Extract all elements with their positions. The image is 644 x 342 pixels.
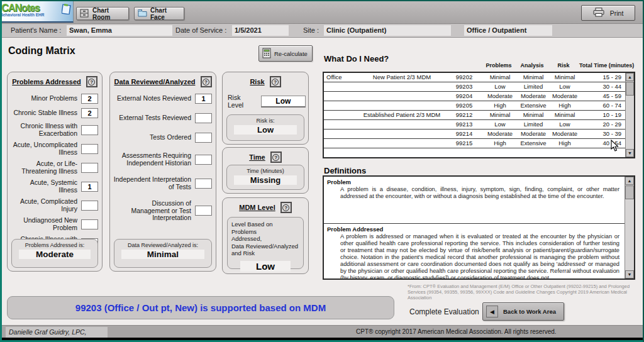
em-code-cell: 99214 <box>446 130 482 138</box>
em-code-row[interactable]: 99213LowLimitedLow20 - 29 <box>324 120 625 130</box>
data-panel-title: Data Reviewed/Analyzed <box>114 78 196 86</box>
em-code-cell: Minimal <box>549 111 580 119</box>
mdm-desc-line: Data Reviewed/Analyzed <box>231 243 299 250</box>
print-button[interactable]: Print <box>581 5 635 21</box>
time-help-button[interactable]: ? <box>270 152 282 163</box>
em-code-row[interactable]: 99215HighExtensiveHigh40 - 54 <box>324 139 625 148</box>
clipboard-icon <box>62 4 71 17</box>
back-to-work-area-button[interactable]: ◀ Back to Work Area <box>482 302 564 321</box>
data-item-count-input[interactable] <box>195 206 212 216</box>
data-item-count-input[interactable] <box>195 179 212 189</box>
em-code-cell: 45 - 59 <box>580 92 625 101</box>
time-panel: Time ? Time (Minutes) Missing <box>222 147 309 194</box>
help-icon: ? <box>88 79 95 86</box>
em-code-cell: Established Patient 2/3 MDM <box>358 111 446 119</box>
table-scrollbar[interactable]: ▲ ▼ <box>625 73 634 157</box>
definition-term: Problem Addressed <box>324 224 625 233</box>
data-item-row: External Notes Reviewed <box>113 94 212 104</box>
problem-label: Acute, Complicated Injury <box>10 198 77 212</box>
copyright-text: CPT® copyright 2017 American Medical Ass… <box>356 328 557 335</box>
problem-count-input[interactable] <box>81 163 98 173</box>
setting-field[interactable]: Office / Outpatient <box>464 25 552 36</box>
em-code-row[interactable]: 99203LowLimitedLow30 - 44 <box>324 82 625 92</box>
problem-count-input[interactable] <box>81 125 98 135</box>
patient-name-field[interactable]: Swan, Emma <box>67 25 172 36</box>
problem-count-input[interactable] <box>81 219 98 229</box>
time-status-value: Missing <box>234 175 297 185</box>
col-header-risk: Risk <box>548 62 579 69</box>
em-code-row[interactable]: 99204ModerateModerateModerate45 - 59 <box>324 92 625 101</box>
mdm-desc-line: Addressed, <box>231 235 299 243</box>
risk-level-label: Risk Level <box>228 94 257 109</box>
recalculate-button[interactable]: Re-calculate <box>258 45 313 62</box>
definition-text: A problem is a disease, condition, illne… <box>324 186 625 200</box>
problem-label: Acute, Systemic Illness <box>10 179 77 194</box>
recalculate-label: Re-calculate <box>274 50 308 57</box>
date-of-service-field[interactable]: 1/5/2021 <box>232 25 289 36</box>
scroll-thumb[interactable] <box>625 185 634 199</box>
scroll-up-icon[interactable]: ▲ <box>626 73 634 81</box>
cpt-footnote: *From: CPT® Evaluation and Management (E… <box>408 284 638 301</box>
risk-help-button[interactable]: ? <box>270 76 281 87</box>
data-item-label: Discussion of Management or Test Interpr… <box>113 200 191 222</box>
scroll-thumb[interactable] <box>626 82 634 96</box>
data-rows: External Notes ReviewedExternal Tests Re… <box>110 87 216 231</box>
data-help-button[interactable]: ? <box>201 76 212 87</box>
definitions-scrollbar[interactable]: ▲ ▼ <box>625 177 634 279</box>
em-code-cell <box>324 120 358 129</box>
risk-panel-title: Risk <box>250 78 264 86</box>
em-code-cell: Low <box>482 82 518 91</box>
data-item-row: Tests Ordered <box>113 133 212 143</box>
scroll-up-icon[interactable]: ▲ <box>625 177 634 185</box>
mdm-help-button[interactable]: ? <box>280 202 292 213</box>
scroll-down-icon[interactable]: ▼ <box>625 270 634 279</box>
problem-count-input[interactable] <box>81 144 98 154</box>
problem-count-input[interactable] <box>81 182 98 192</box>
em-code-cell <box>324 130 358 138</box>
data-item-count-input[interactable] <box>195 155 212 165</box>
chart-face-button[interactable]: Chart Face <box>134 7 184 20</box>
mdm-status-value: Low <box>240 261 291 272</box>
problem-label: Acute, or Life-Threatening Illness <box>10 160 77 175</box>
em-code-cell: 99212 <box>446 111 482 119</box>
problems-help-button[interactable]: ? <box>86 76 97 87</box>
chart-room-button[interactable]: Chart Room <box>76 7 129 20</box>
em-code-cell: Minimal <box>518 73 549 82</box>
definitions-box: ProblemA problem is a disease, condition… <box>323 175 635 280</box>
risk-panel: Risk ? Risk Level Low Risk is: Low <box>222 72 309 145</box>
time-panel-title: Time <box>249 153 265 161</box>
risk-status-box: Risk is: Low <box>226 114 304 141</box>
problem-count-input[interactable] <box>81 108 98 118</box>
clinician-name: Danielle Graf Guidry, LPC, <box>6 327 108 338</box>
em-code-cell: Moderate <box>482 130 518 138</box>
em-code-cell: Extensive <box>518 101 549 110</box>
data-item-count-input[interactable] <box>195 94 212 104</box>
time-status-box: Time (Minutes) Missing <box>226 165 304 190</box>
problem-row: Acute, or Life-Threatening Illness <box>10 160 98 175</box>
problem-count-input[interactable] <box>81 201 98 211</box>
em-code-cell: Low <box>482 120 518 129</box>
em-code-row[interactable]: 99214ModerateModerateModerate30 - 39 <box>324 130 625 139</box>
scroll-down-icon[interactable]: ▼ <box>626 149 634 157</box>
data-item-count-input[interactable] <box>195 133 212 143</box>
problems-status-label: Problems Addressed is: <box>14 242 96 248</box>
em-code-row[interactable]: Established Patient 2/3 MDM99212MinimalM… <box>324 111 625 120</box>
problem-count-input[interactable] <box>81 94 98 104</box>
data-item-label: Independent Interpretation of Tests <box>113 176 191 190</box>
risk-level-select[interactable]: Low <box>261 96 306 108</box>
data-item-label: Tests Ordered <box>150 134 191 141</box>
data-status-label: Data Reviewed/Analyzed is: <box>116 242 209 248</box>
em-code-row[interactable]: OfficeNew Patient 2/3 MDM99202MinimalMin… <box>324 73 625 82</box>
em-code-cell: High <box>482 101 518 110</box>
em-code-cell: Minimal <box>482 73 518 82</box>
data-item-row: Independent Interpretation of Tests <box>113 176 212 190</box>
site-field[interactable]: Clinic (Outpatient) <box>324 25 451 36</box>
top-toolbar: ICANotes Behavioral Health EHR Chart Roo… <box>2 1 643 24</box>
help-icon: ? <box>282 204 289 211</box>
em-code-cell: Moderate <box>518 130 549 138</box>
em-code-row[interactable]: 99205HighExtensiveHigh60 - 74 <box>324 101 625 111</box>
data-item-count-input[interactable] <box>195 113 212 123</box>
em-code-cell: 20 - 29 <box>580 120 625 129</box>
problem-label: Minor Problems <box>31 95 77 102</box>
data-status-box: Data Reviewed/Analyzed is: Minimal <box>114 239 212 268</box>
